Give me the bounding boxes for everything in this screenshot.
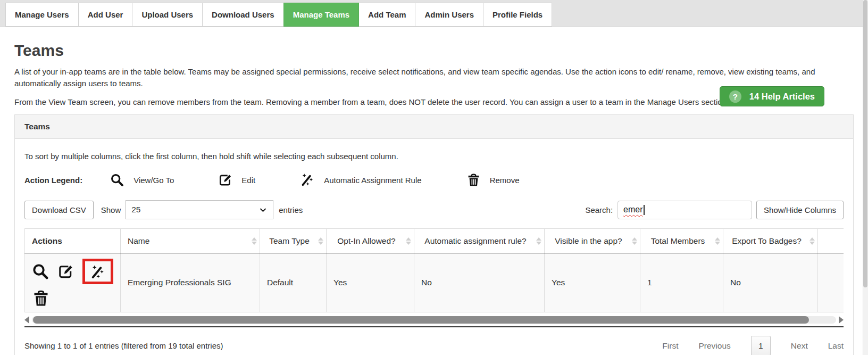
row-opt-in-cell: Yes xyxy=(327,253,414,312)
trash-icon xyxy=(32,290,50,308)
horizontal-scrollbar-track[interactable] xyxy=(32,316,836,324)
magnifier-icon xyxy=(32,263,49,280)
edit-team-button[interactable] xyxy=(58,263,74,279)
tab-manage-users[interactable]: Manage Users xyxy=(5,3,79,27)
pagination-first[interactable]: First xyxy=(662,341,678,351)
wand-icon xyxy=(300,172,315,187)
column-header-opt-in-allowed[interactable]: Opt-In Allowed? xyxy=(327,229,414,253)
legend-edit: Edit xyxy=(219,173,255,187)
show-label: Show xyxy=(101,205,121,214)
vertical-scrollbar-thumb[interactable] xyxy=(863,0,867,287)
column-header-visible-in-app[interactable]: Visible in the app? xyxy=(545,229,640,253)
row-team-type-cell: Default xyxy=(260,253,327,312)
legend-view-go-to: View/Go To xyxy=(110,173,174,187)
intro-paragraph-1: A list of your in-app teams are in the t… xyxy=(14,66,854,89)
wand-icon xyxy=(90,264,106,280)
teams-panel: Teams To sort by multiple columns, click… xyxy=(14,114,854,355)
pagination-previous[interactable]: Previous xyxy=(699,341,731,351)
search-label: Search: xyxy=(585,205,613,214)
sort-arrows-icon xyxy=(809,237,815,245)
search-input[interactable]: emer xyxy=(617,201,752,219)
legend-automatic-assignment-rule: Automatic Assignment Rule xyxy=(300,172,421,187)
column-header-name[interactable]: Name xyxy=(121,229,260,253)
show-hide-columns-button[interactable]: Show/Hide Columns xyxy=(756,201,844,219)
trash-icon xyxy=(466,173,481,187)
scroll-right-arrow-icon[interactable] xyxy=(839,316,844,324)
automatic-assignment-rule-button[interactable] xyxy=(90,264,106,280)
sort-arrows-icon xyxy=(318,237,323,245)
column-header-export-to-badges[interactable]: Export To Badges? xyxy=(723,229,818,253)
help-articles-button[interactable]: ? 14 Help Articles xyxy=(720,86,824,106)
search-input-value: emer xyxy=(623,205,642,214)
showing-entries-text: Showing 1 to 1 of 1 entries (filtered fr… xyxy=(24,341,662,350)
entries-per-page-value: 25 xyxy=(131,205,140,214)
entries-label: entries xyxy=(279,205,303,214)
table-controls: Download CSV Show 25 entries Search: eme… xyxy=(24,200,844,219)
sort-arrows-icon xyxy=(536,237,541,245)
column-header-total-members[interactable]: Total Members xyxy=(640,229,723,253)
tab-download-users[interactable]: Download Users xyxy=(202,3,284,27)
pagination-last[interactable]: Last xyxy=(828,341,844,351)
sort-arrows-icon xyxy=(632,237,637,245)
legend-remove-label: Remove xyxy=(490,176,520,185)
row-auto-rule-cell: No xyxy=(414,253,545,312)
question-mark-icon: ? xyxy=(729,90,741,103)
edit-icon xyxy=(58,263,74,279)
column-header-clipped xyxy=(818,229,844,253)
pagination-next[interactable]: Next xyxy=(791,341,808,351)
legend-remove: Remove xyxy=(466,173,520,187)
action-legend: Action Legend: View/Go To Edit xyxy=(24,172,844,187)
remove-team-button[interactable] xyxy=(32,290,50,308)
column-header-team-type[interactable]: Team Type xyxy=(260,229,327,253)
legend-edit-label: Edit xyxy=(241,176,255,185)
pagination-page-1[interactable]: 1 xyxy=(751,336,771,355)
table-header-row: Actions Name Team Type Opt-In Allowed? xyxy=(25,229,844,253)
horizontal-scrollbar xyxy=(24,316,844,324)
tab-profile-fields[interactable]: Profile Fields xyxy=(483,3,552,27)
help-articles-label: 14 Help Articles xyxy=(749,92,815,102)
tab-upload-users[interactable]: Upload Users xyxy=(132,3,203,27)
entries-per-page-select[interactable]: 25 xyxy=(126,200,273,219)
legend-wand-label: Automatic Assignment Rule xyxy=(324,176,421,185)
text-caret xyxy=(644,205,645,215)
sort-hint-text: To sort by multiple columns, click the f… xyxy=(24,152,844,161)
row-export-badges-cell: No xyxy=(723,253,818,312)
page-title: Teams xyxy=(14,42,854,60)
tab-manage-teams[interactable]: Manage Teams xyxy=(283,3,359,27)
table-footer: Showing 1 to 1 of 1 entries (filtered fr… xyxy=(24,336,844,355)
view-team-button[interactable] xyxy=(32,263,49,280)
column-header-actions: Actions xyxy=(25,229,121,253)
sort-arrows-icon xyxy=(715,237,720,245)
row-total-members-cell: 1 xyxy=(640,253,723,312)
legend-view-label: View/Go To xyxy=(133,176,174,185)
download-csv-button[interactable]: Download CSV xyxy=(24,201,94,219)
table-scroll-area: Actions Name Team Type Opt-In Allowed? xyxy=(24,228,844,312)
sort-arrows-icon xyxy=(406,237,411,245)
horizontal-scrollbar-thumb[interactable] xyxy=(33,316,809,324)
column-header-automatic-assignment-rule[interactable]: Automatic assignment rule? xyxy=(414,229,545,253)
row-name-cell: Emerging Professionals SIG xyxy=(121,253,260,312)
row-clipped-cell xyxy=(818,253,844,312)
teams-table: Actions Name Team Type Opt-In Allowed? xyxy=(24,228,844,312)
pagination: First Previous 1 Next Last xyxy=(662,336,844,355)
scroll-left-arrow-icon[interactable] xyxy=(24,316,29,324)
highlight-red-box xyxy=(82,259,113,284)
action-legend-label: Action Legend: xyxy=(24,176,82,185)
chevron-down-icon xyxy=(258,205,268,214)
tab-add-user[interactable]: Add User xyxy=(78,3,133,27)
tab-add-team[interactable]: Add Team xyxy=(358,3,415,27)
tab-admin-users[interactable]: Admin Users xyxy=(415,3,483,27)
edit-icon xyxy=(219,173,232,187)
magnifier-icon xyxy=(110,173,124,187)
vertical-scrollbar[interactable] xyxy=(863,0,868,355)
row-visible-cell: Yes xyxy=(545,253,640,312)
table-row: Emerging Professionals SIG Default Yes N… xyxy=(25,253,844,312)
top-nav-tabs: Manage Users Add User Upload Users Downl… xyxy=(0,0,868,27)
panel-title: Teams xyxy=(15,115,853,139)
sort-arrows-icon xyxy=(252,237,257,245)
row-actions-cell xyxy=(25,253,121,312)
